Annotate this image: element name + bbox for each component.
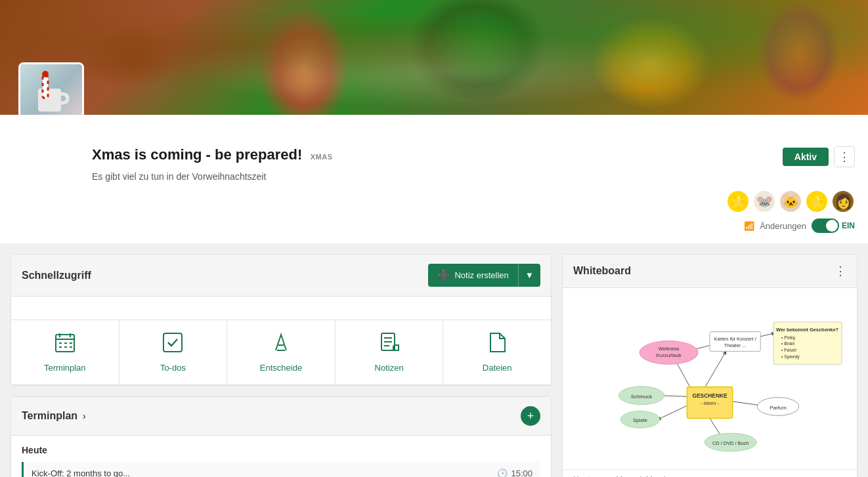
event-time-value: 15:00 [511, 468, 532, 477]
schnellzugriff-title: Schnellzugriff [22, 270, 91, 281]
todos-label: To-dos [160, 363, 186, 373]
profile-tag: XMAS [311, 153, 333, 161]
chevron-down-icon: ▼ [525, 270, 534, 280]
svg-text:- Ideen -: - Ideen - [701, 400, 719, 406]
svg-text:Schmuck: Schmuck [631, 394, 653, 400]
quick-icons-row: Terminplan To-dos [11, 320, 551, 385]
svg-rect-14 [163, 333, 182, 352]
terminplan-add-button[interactable]: + [521, 406, 540, 426]
svg-line-22 [703, 351, 726, 390]
toggle-track[interactable] [812, 218, 839, 233]
svg-text:Wer bekommt Geschenke?: Wer bekommt Geschenke? [776, 327, 838, 333]
svg-text:• Speedy: • Speedy [781, 354, 800, 360]
avatar-user-4[interactable]: ⭐ [805, 190, 829, 213]
avatar-image [20, 64, 82, 115]
banner [0, 0, 868, 115]
toggle-knob [826, 220, 838, 232]
whiteboard-title: Whiteboard [573, 265, 631, 277]
notiz-erstellen-button[interactable]: ➕ Notiz erstellen [428, 264, 517, 287]
quick-icon-dateien[interactable]: Dateien [443, 320, 551, 384]
changes-row: 📶 Änderungen EIN [92, 218, 855, 233]
left-panel: Schnellzugriff ➕ Notiz erstellen ▼ [11, 254, 552, 477]
profile-info: Xmas is coming - be prepared! XMAS Aktiv… [0, 133, 868, 243]
whiteboard-footer: Heute - von Menzel, Mandy [563, 469, 857, 477]
terminplan-icon [54, 332, 76, 358]
banner-overlay [0, 0, 868, 115]
whiteboard-canvas[interactable]: Wellness Kurzurlaub Karten für Konzert /… [563, 288, 857, 469]
dateien-icon [487, 332, 508, 358]
svg-text:Wellness: Wellness [659, 346, 680, 352]
svg-point-3 [42, 71, 49, 77]
svg-rect-0 [38, 89, 61, 112]
whiteboard-more-button[interactable]: ⋮ [835, 264, 846, 278]
aktiv-button[interactable]: Aktiv [783, 148, 829, 166]
whiteboard-section: Whiteboard ⋮ [562, 254, 857, 477]
profile-section: Xmas is coming - be prepared! XMAS Aktiv… [0, 115, 868, 243]
whiteboard-header: Whiteboard ⋮ [563, 255, 857, 288]
changes-label: Änderungen [760, 221, 806, 231]
svg-text:CD / DVD / Buch: CD / DVD / Buch [712, 440, 749, 446]
profile-header: Xmas is coming - be prepared! XMAS Aktiv… [92, 146, 855, 167]
quick-icon-terminplan[interactable]: Terminplan [11, 320, 119, 384]
schnellzugriff-section: Schnellzugriff ➕ Notiz erstellen ▼ [11, 254, 552, 386]
terminplan-title-text: Terminplan [22, 410, 77, 422]
svg-text:• Feivel: • Feivel [781, 348, 796, 352]
profile-avatar[interactable] [18, 62, 84, 115]
notiz-btn-group: ➕ Notiz erstellen ▼ [428, 264, 540, 287]
svg-text:Parfum: Parfum [770, 405, 787, 411]
profile-description: Es gibt viel zu tun in der Vorweihnachts… [92, 171, 855, 182]
terminplan-header: Terminplan › + [11, 397, 551, 436]
schnell-divider [11, 297, 551, 320]
avatar-user-1[interactable]: 🌟 [726, 190, 750, 213]
mindmap-svg: Wellness Kurzurlaub Karten für Konzert /… [573, 299, 846, 456]
svg-text:• Brain: • Brain [781, 341, 795, 346]
event-time: 🕒 15:00 [497, 468, 532, 477]
clock-icon: 🕒 [497, 468, 508, 477]
quick-icon-entscheide[interactable]: Entscheide [227, 320, 336, 384]
heute-section: Heute Kick-Off: 2 months to go... 🕒 15:0… [11, 436, 551, 477]
notizen-icon [379, 332, 400, 358]
notiz-dropdown-button[interactable]: ▼ [518, 264, 540, 287]
avatar-user-2[interactable]: 🐭 [752, 190, 776, 213]
terminplan-title[interactable]: Terminplan › [22, 410, 86, 422]
plus-icon: ➕ [437, 269, 450, 281]
svg-text:GESCHENKE: GESCHENKE [692, 392, 727, 399]
more-options-button[interactable]: ⋮ [834, 146, 855, 167]
avatar-user-3[interactable]: 🐱 [779, 190, 802, 213]
event-item[interactable]: Kick-Off: 2 months to go... 🕒 15:00 [22, 462, 540, 477]
quick-icon-notizen[interactable]: Notizen [336, 320, 444, 384]
svg-text:Kurzurlaub: Kurzurlaub [656, 352, 682, 358]
right-panel: Whiteboard ⋮ [562, 254, 857, 477]
avatar-user-5[interactable]: 👩 [831, 190, 855, 213]
toggle-label: EIN [842, 221, 855, 230]
wifi-icon: 📶 [744, 221, 754, 231]
svg-text:• Pinky: • Pinky [781, 335, 796, 341]
heute-label: Heute [22, 445, 540, 455]
profile-title-area: Xmas is coming - be prepared! XMAS [92, 146, 333, 163]
svg-text:Theater ...: Theater ... [724, 342, 747, 348]
terminplan-chevron-icon: › [83, 411, 86, 421]
svg-text:Spiele: Spiele [633, 417, 648, 423]
page-wrapper: Xmas is coming - be prepared! XMAS Aktiv… [0, 0, 868, 477]
terminplan-section: Terminplan › + Heute Kick-Off: 2 months … [11, 396, 552, 477]
notizen-label: Notizen [375, 363, 404, 373]
profile-title: Xmas is coming - be prepared! [92, 146, 302, 163]
notiz-btn-label: Notiz erstellen [454, 270, 508, 280]
quick-icon-todos[interactable]: To-dos [119, 320, 228, 384]
members-avatars: 🌟 🐭 🐱 ⭐ 👩 [92, 190, 855, 213]
changes-toggle[interactable]: EIN [812, 218, 855, 233]
todos-icon [162, 332, 183, 358]
schnellzugriff-header: Schnellzugriff ➕ Notiz erstellen ▼ [11, 255, 551, 297]
entscheide-icon [271, 332, 292, 358]
main-content: Schnellzugriff ➕ Notiz erstellen ▼ [0, 243, 868, 477]
entscheide-label: Entscheide [260, 363, 302, 373]
svg-text:Karten für Konzert /: Karten für Konzert / [714, 336, 757, 342]
event-name: Kick-Off: 2 months to go... [32, 468, 130, 477]
dateien-label: Dateien [483, 363, 512, 373]
terminplan-label: Terminplan [44, 363, 86, 373]
profile-actions: Aktiv ⋮ [783, 146, 855, 167]
